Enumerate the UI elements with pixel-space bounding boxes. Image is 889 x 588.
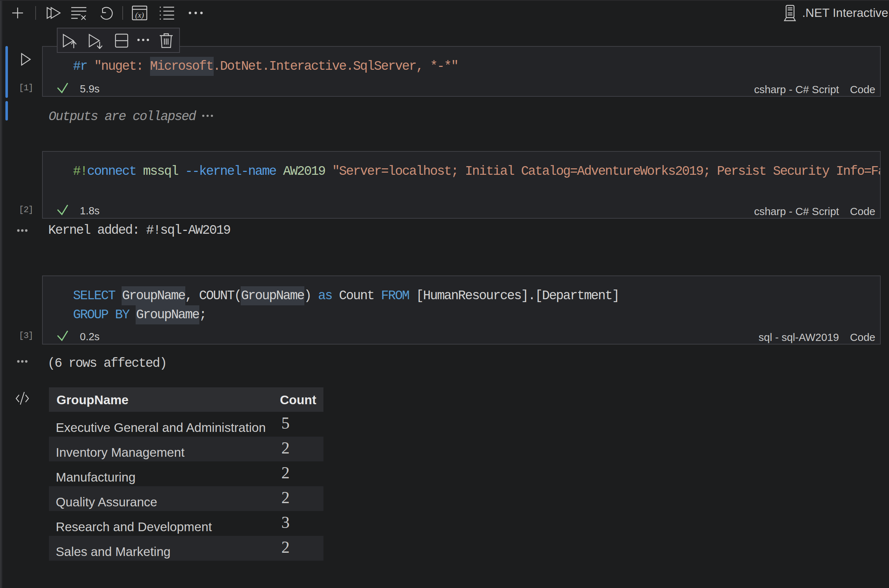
- svg-text:(x): (x): [135, 10, 144, 20]
